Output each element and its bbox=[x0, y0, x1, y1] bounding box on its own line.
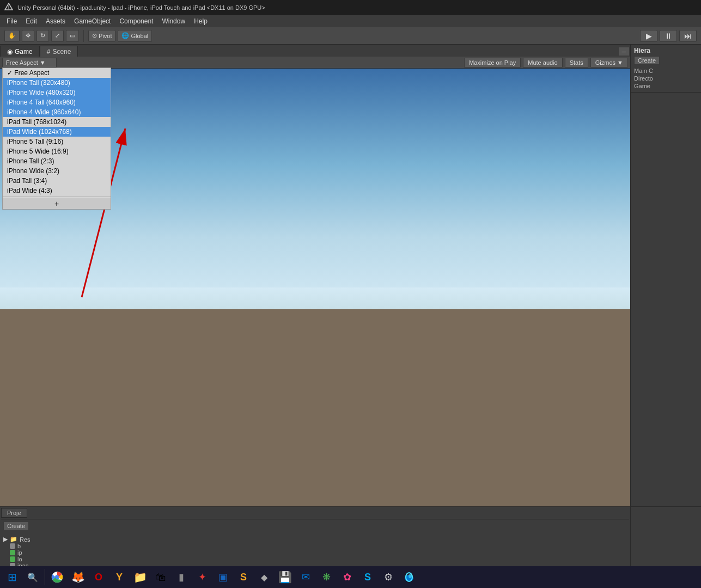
menu-component[interactable]: Component bbox=[115, 16, 157, 26]
aspect-item-ipad-wide[interactable]: iPad Wide (1024x768) bbox=[3, 127, 111, 137]
file-label-2: lo bbox=[17, 556, 22, 562]
taskbar-outlook-icon[interactable]: ✉ bbox=[296, 567, 315, 587]
tab-scene[interactable]: # Scene bbox=[40, 46, 78, 57]
ground-plane bbox=[0, 309, 630, 506]
aspect-item-ipad-wide-4x3[interactable]: iPad Wide (4:3) bbox=[3, 186, 111, 195]
project-file-0[interactable]: b bbox=[3, 543, 627, 549]
scale-tool-button[interactable]: ⤢ bbox=[51, 30, 64, 42]
aspect-item-iphone-wide-3x2[interactable]: iPhone Wide (3:2) bbox=[3, 166, 111, 176]
taskbar-settings-icon[interactable]: ⚙ bbox=[379, 567, 398, 587]
menubar: File Edit Assets GameObject Component Wi… bbox=[0, 15, 701, 27]
aspect-item-iphone4-tall[interactable]: iPhone 4 Tall (640x960) bbox=[3, 97, 111, 107]
bottom-panels-row: Proje Create ▶ 📁 Res b ip bbox=[0, 506, 701, 566]
title-text: Unity Personal (64bit) - ipad.unity - Ip… bbox=[17, 4, 265, 11]
pivot-label: Pivot bbox=[99, 33, 112, 39]
titlebar: Unity Personal (64bit) - ipad.unity - Ip… bbox=[0, 0, 701, 15]
menu-file[interactable]: File bbox=[2, 16, 21, 26]
rotate-tool-button[interactable]: ↻ bbox=[36, 30, 49, 42]
stats-button[interactable]: Stats bbox=[565, 58, 588, 68]
game-toolbar-right: Maximize on Play Mute audio Stats Gizmos… bbox=[464, 58, 628, 68]
play-button[interactable]: ▶ bbox=[640, 30, 657, 42]
maximize-on-play-button[interactable]: Maximize on Play bbox=[464, 58, 521, 68]
taskbar-chrome-icon[interactable] bbox=[47, 567, 67, 587]
gizmos-label: Gizmos bbox=[595, 59, 615, 66]
taskbar-separator-1 bbox=[45, 569, 45, 585]
menu-edit[interactable]: Edit bbox=[21, 16, 41, 26]
aspect-item-iphone5-wide[interactable]: iPhone 5 Wide (16:9) bbox=[3, 146, 111, 156]
project-file-2[interactable]: lo bbox=[3, 556, 627, 562]
taskbar-firefox-icon[interactable]: 🦊 bbox=[68, 567, 88, 587]
taskbar-yandex-icon[interactable]: Y bbox=[109, 567, 129, 587]
tab-scene-label: Scene bbox=[52, 48, 71, 56]
taskbar-search-button[interactable]: 🔍 bbox=[23, 567, 42, 587]
rect-tool-button[interactable]: ▭ bbox=[66, 30, 79, 42]
file-label-0: b bbox=[17, 543, 21, 549]
hierarchy-create-button[interactable]: Create bbox=[634, 56, 660, 65]
aspect-dropdown[interactable]: Free Aspect ▼ Free Aspect iPhone Tall (3… bbox=[2, 58, 57, 68]
hierarchy-title: Hiera bbox=[634, 47, 698, 54]
hand-tool-button[interactable]: ✋ bbox=[4, 30, 20, 42]
aspect-item-free-aspect[interactable]: Free Aspect bbox=[3, 68, 111, 78]
gizmos-chevron-icon: ▼ bbox=[617, 59, 623, 66]
tab-game-label: Game bbox=[15, 48, 33, 56]
aspect-item-ipad-tall[interactable]: iPad Tall (768x1024) bbox=[3, 117, 111, 127]
gizmos-button[interactable]: Gizmos ▼ bbox=[590, 58, 628, 68]
project-file-1[interactable]: ip bbox=[3, 549, 627, 556]
taskbar-app4-icon[interactable]: ✿ bbox=[337, 567, 357, 587]
panels-row: ◉ Game # Scene – Free Aspect ▼ bbox=[0, 45, 701, 506]
taskbar-unity-icon[interactable]: ◆ bbox=[254, 567, 274, 587]
menu-window[interactable]: Window bbox=[157, 16, 190, 26]
mute-audio-button[interactable]: Mute audio bbox=[523, 58, 562, 68]
taskbar-start-button[interactable]: ⊞ bbox=[2, 567, 22, 587]
project-tab[interactable]: Proje bbox=[1, 508, 27, 518]
project-panel: Proje Create ▶ 📁 Res b ip bbox=[0, 507, 630, 566]
global-button[interactable]: 🌐 Global bbox=[118, 30, 152, 42]
menu-help[interactable]: Help bbox=[190, 16, 212, 26]
pivot-icon: ⊙ bbox=[92, 32, 97, 39]
taskbar-explorer-icon[interactable]: 📁 bbox=[130, 567, 150, 587]
aspect-dropdown-menu: Free Aspect iPhone Tall (320x480) iPhone… bbox=[2, 68, 111, 210]
aspect-item-iphone-tall-320[interactable]: iPhone Tall (320x480) bbox=[3, 78, 111, 88]
aspect-menu-separator bbox=[3, 197, 111, 197]
aspect-item-ipad-tall-3x4[interactable]: iPad Tall (3:4) bbox=[3, 176, 111, 186]
hierarchy-panel: Hiera Create Main C Directo Game bbox=[630, 45, 701, 506]
hierarchy-item-1: Directo bbox=[634, 75, 698, 82]
taskbar-opera-icon[interactable]: O bbox=[89, 567, 108, 587]
collapse-panel-button[interactable]: – bbox=[619, 47, 629, 56]
folder-arrow-icon: ▶ bbox=[3, 536, 8, 543]
aspect-item-iphone4-wide[interactable]: iPhone 4 Wide (960x640) bbox=[3, 107, 111, 117]
taskbar-terminal-icon[interactable]: ▮ bbox=[172, 567, 191, 587]
menu-assets[interactable]: Assets bbox=[41, 16, 70, 26]
taskbar-floppy-icon[interactable]: 💾 bbox=[275, 567, 295, 587]
taskbar-skype-icon[interactable]: S bbox=[358, 567, 377, 587]
pivot-button[interactable]: ⊙ Pivot bbox=[88, 30, 115, 42]
move-tool-button[interactable]: ✥ bbox=[22, 30, 34, 42]
taskbar-remote-icon[interactable]: ▣ bbox=[213, 567, 233, 587]
pause-button[interactable]: ⏸ bbox=[660, 30, 677, 42]
play-controls: ▶ ⏸ ⏭ bbox=[640, 30, 697, 42]
aspect-item-iphone-wide-480[interactable]: iPhone Wide (480x320) bbox=[3, 88, 111, 97]
step-button[interactable]: ⏭ bbox=[679, 30, 697, 42]
taskbar: ⊞ 🔍 🦊 O Y 📁 🛍 ▮ ✦ ▣ S ◆ 💾 ✉ ❋ ✿ S ⚙ bbox=[0, 566, 701, 588]
project-create-button[interactable]: Create bbox=[3, 522, 29, 530]
aspect-item-iphone-tall-2x3[interactable]: iPhone Tall (2:3) bbox=[3, 156, 111, 166]
folder-icon: 📁 bbox=[10, 536, 17, 543]
taskbar-app3-icon[interactable]: ❋ bbox=[316, 567, 336, 587]
project-folder-res[interactable]: ▶ 📁 Res bbox=[3, 536, 627, 543]
aspect-add-button[interactable]: + bbox=[3, 198, 111, 209]
aspect-item-iphone5-tall[interactable]: iPhone 5 Tall (9:16) bbox=[3, 137, 111, 146]
game-icon: ◉ bbox=[7, 48, 13, 56]
file-dot-2 bbox=[10, 556, 15, 562]
global-icon: 🌐 bbox=[121, 32, 129, 39]
menu-gameobject[interactable]: GameObject bbox=[70, 16, 115, 26]
taskbar-app2-icon[interactable]: S bbox=[234, 567, 253, 587]
tab-game[interactable]: ◉ Game bbox=[0, 46, 40, 57]
project-assets-tree: ▶ 📁 Res b ip lo ipac bbox=[1, 534, 629, 571]
taskbar-app1-icon[interactable]: ✦ bbox=[192, 567, 212, 587]
folder-res-label: Res bbox=[20, 536, 31, 543]
content-area: ◉ Game # Scene – Free Aspect ▼ bbox=[0, 45, 701, 566]
taskbar-store-icon[interactable]: 🛍 bbox=[151, 567, 170, 587]
taskbar-edge-icon[interactable] bbox=[399, 567, 419, 587]
aspect-dropdown-button[interactable]: Free Aspect ▼ bbox=[2, 58, 57, 68]
global-label: Global bbox=[131, 33, 148, 39]
